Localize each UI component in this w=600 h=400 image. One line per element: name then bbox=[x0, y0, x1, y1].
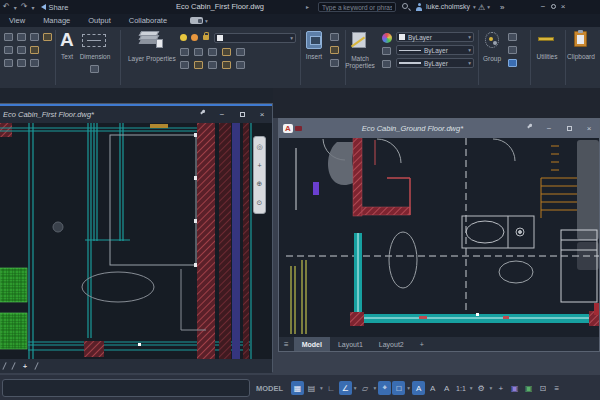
text-tool-label[interactable]: Text bbox=[56, 53, 78, 60]
mirror-tool-icon[interactable] bbox=[4, 46, 13, 54]
tab-model[interactable]: Model bbox=[294, 337, 330, 351]
first-add-layout-button[interactable]: + bbox=[18, 359, 32, 373]
layer-prev-icon[interactable] bbox=[180, 61, 189, 69]
match-properties-label[interactable]: Match Properties bbox=[344, 55, 376, 69]
layer-properties-label[interactable]: Layer Properties bbox=[128, 55, 174, 62]
polar-dropdown-icon[interactable]: ▾ bbox=[354, 385, 357, 391]
block-editor-icon[interactable] bbox=[330, 46, 339, 54]
isometric-toggle[interactable]: ▱ bbox=[359, 381, 372, 395]
annotation-objects-toggle[interactable]: A bbox=[440, 381, 453, 395]
layer-freeze-icon[interactable] bbox=[208, 48, 217, 56]
erase-tool-icon[interactable] bbox=[4, 59, 13, 67]
user-avatar[interactable] bbox=[415, 3, 423, 11]
tab-manage[interactable]: Manage bbox=[43, 16, 70, 25]
group-selection-icon[interactable] bbox=[508, 59, 517, 67]
tab-output[interactable]: Output bbox=[88, 16, 111, 25]
red-corner-block[interactable] bbox=[84, 341, 104, 357]
scale-tool-icon[interactable] bbox=[30, 59, 39, 67]
ungroup-icon[interactable] bbox=[508, 33, 517, 41]
linetype-icon[interactable] bbox=[382, 47, 391, 55]
door-arc-3[interactable] bbox=[493, 139, 515, 161]
group-tool-label[interactable]: Group bbox=[480, 55, 504, 62]
insert-block-icon[interactable] bbox=[306, 31, 322, 49]
match-properties-icon[interactable] bbox=[352, 32, 366, 48]
app-close-button[interactable]: × bbox=[558, 0, 568, 14]
layout-menu-icon[interactable]: ≡ bbox=[279, 340, 294, 349]
trim-tool-icon[interactable] bbox=[30, 33, 39, 41]
layer-lock-tool-icon[interactable] bbox=[194, 61, 203, 69]
workspace-dropdown-icon[interactable]: ▾ bbox=[490, 385, 493, 391]
orange-stairs[interactable] bbox=[541, 146, 577, 218]
ground-pin-icon[interactable] bbox=[519, 124, 539, 133]
first-floor-canvas[interactable] bbox=[0, 123, 272, 359]
clean-screen-button[interactable]: ⊡ bbox=[536, 381, 549, 395]
leader-tool-icon[interactable] bbox=[90, 65, 99, 73]
object-snap-toggle[interactable]: □ bbox=[392, 381, 405, 395]
layer-freeze-sun-icon[interactable] bbox=[191, 34, 198, 41]
window-first-floor[interactable]: Eco Cabin_First Floor.dwg* − × bbox=[0, 103, 273, 372]
tab-collaborate[interactable]: Collaborate bbox=[129, 16, 167, 25]
table-ellipse[interactable] bbox=[499, 261, 533, 283]
workspace-switching[interactable]: ⚙ bbox=[475, 381, 488, 395]
more-commands-icon[interactable]: » bbox=[500, 3, 504, 12]
tab-layout2[interactable]: Layout2 bbox=[371, 337, 412, 351]
door-arc-2[interactable] bbox=[377, 139, 401, 163]
annotation-autoscale-toggle[interactable]: A bbox=[426, 381, 439, 395]
layer-select-combo[interactable]: ▾ bbox=[214, 33, 296, 43]
layer-combo-dropdown-icon[interactable]: ▾ bbox=[290, 35, 293, 41]
graphics-performance-icon[interactable]: ▣ bbox=[508, 381, 521, 395]
first-pin-icon[interactable] bbox=[192, 110, 212, 119]
first-close-button[interactable]: × bbox=[252, 110, 272, 119]
user-dropdown-icon[interactable]: ▾ bbox=[473, 0, 476, 14]
annotation-scale-value[interactable]: 1:1 bbox=[456, 385, 466, 392]
ground-close-button[interactable]: × bbox=[579, 124, 599, 133]
layer-lock-icon[interactable] bbox=[203, 35, 209, 40]
grid-toggle[interactable]: ▦ bbox=[291, 381, 304, 395]
layer-match-icon[interactable] bbox=[236, 48, 245, 56]
teal-walls[interactable] bbox=[350, 233, 599, 326]
user-name[interactable]: luke.cholmsky bbox=[426, 0, 470, 14]
door-leaf-ellipse[interactable] bbox=[389, 232, 417, 288]
dimension-tool-label[interactable]: Dimension bbox=[78, 53, 112, 60]
ribbon-display-dropdown-icon[interactable]: ▾ bbox=[205, 18, 208, 24]
warning-dropdown-icon[interactable]: ▾ bbox=[487, 4, 490, 10]
tab-view[interactable]: View bbox=[9, 16, 25, 25]
object-snap-tracking-toggle[interactable]: ⌖ bbox=[378, 381, 391, 395]
ribbon-display-toggle-icon[interactable] bbox=[190, 17, 203, 24]
object-color-combo[interactable]: ByLayer ▾ bbox=[396, 32, 474, 42]
app-minimize-button[interactable]: − bbox=[538, 0, 548, 14]
layer-off-icon[interactable] bbox=[222, 48, 231, 56]
iso-dropdown-icon[interactable]: ▾ bbox=[374, 385, 377, 391]
undo-dropdown-icon[interactable]: ▾ bbox=[14, 4, 17, 11]
annotation-visibility-toggle[interactable]: A bbox=[412, 381, 425, 395]
green-hatch-pad-2[interactable] bbox=[0, 313, 27, 349]
ground-navbar-overlay-2[interactable] bbox=[577, 242, 599, 270]
layer-current-icon[interactable] bbox=[222, 61, 231, 69]
scale-dropdown-icon[interactable]: ▾ bbox=[470, 385, 473, 391]
redo-dropdown-icon[interactable]: ▾ bbox=[31, 4, 34, 11]
share-button[interactable]: Share bbox=[48, 3, 68, 12]
nav-wheel-icon[interactable]: ◎ bbox=[256, 143, 262, 151]
text-tool-icon[interactable]: A bbox=[60, 30, 74, 49]
layer-on-bulb-icon[interactable] bbox=[180, 34, 187, 41]
red-walls[interactable] bbox=[353, 138, 410, 216]
ground-minimize-button[interactable]: − bbox=[539, 124, 559, 133]
measure-tool-icon[interactable] bbox=[538, 37, 554, 41]
search-input[interactable] bbox=[318, 2, 396, 12]
green-hatch-pad-1[interactable] bbox=[0, 268, 27, 302]
nav-orbit-icon[interactable]: ⊙ bbox=[257, 199, 263, 207]
ground-floor-titlebar[interactable]: A Eco Cabin_Ground Floor.dwg* − × bbox=[279, 119, 599, 138]
first-maximize-button[interactable] bbox=[232, 110, 252, 119]
dimension-tool-icon[interactable] bbox=[82, 34, 106, 47]
snap-toggle[interactable]: ▤ bbox=[305, 381, 318, 395]
rotate-tool-icon[interactable] bbox=[17, 33, 26, 41]
explode-tool-icon[interactable] bbox=[17, 59, 26, 67]
group-tool-icon[interactable] bbox=[485, 32, 499, 48]
window-ground-floor[interactable]: A Eco Cabin_Ground Floor.dwg* − × bbox=[278, 118, 600, 352]
utilities-panel-name[interactable]: Utilities bbox=[532, 53, 562, 60]
layer-unlock-icon[interactable] bbox=[208, 61, 217, 69]
layer-unisolate-icon[interactable] bbox=[194, 48, 203, 56]
polar-tracking-toggle[interactable]: ∠ bbox=[339, 381, 352, 395]
undo-icon[interactable]: ↶ bbox=[3, 0, 10, 14]
tab-layout1[interactable]: Layout1 bbox=[330, 337, 371, 351]
